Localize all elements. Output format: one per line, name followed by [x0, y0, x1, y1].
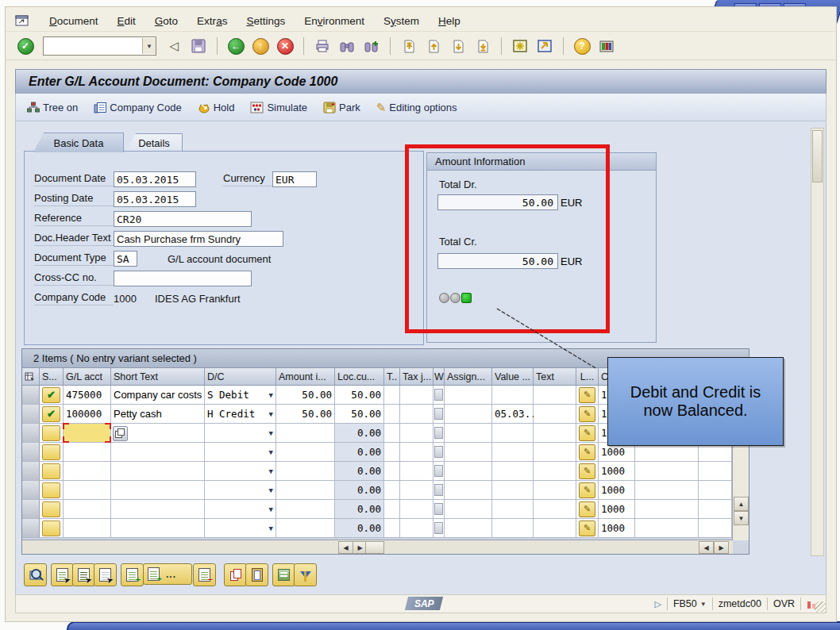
item-text-cell[interactable]: [534, 500, 576, 519]
menu-item-edit[interactable]: Edit: [108, 13, 145, 29]
item-text-cell[interactable]: [534, 424, 576, 443]
insert-row-button[interactable]: +: [121, 563, 144, 586]
debit-credit-cell[interactable]: H Credit▼: [205, 405, 276, 424]
debit-credit-cell[interactable]: ▼: [205, 519, 276, 538]
long-text-cell[interactable]: ✎: [576, 443, 599, 462]
amount-doc-currency-cell[interactable]: [276, 462, 335, 481]
dropdown-arrow-icon[interactable]: ▼: [269, 467, 273, 475]
command-history-button[interactable]: ▼: [142, 38, 156, 54]
long-text-button[interactable]: ✎: [579, 482, 595, 498]
assignment-cell[interactable]: [445, 481, 492, 500]
assignment-cell[interactable]: [445, 462, 492, 481]
amount-doc-currency-cell[interactable]: [276, 443, 335, 462]
scroll-left-end-button[interactable]: ◀: [699, 541, 714, 554]
status-button[interactable]: [42, 444, 60, 460]
dropdown-arrow-icon[interactable]: ▼: [269, 486, 273, 494]
scroll-down-button[interactable]: ▼: [734, 511, 749, 525]
column-header-s[interactable]: S...: [40, 368, 64, 386]
dropdown-arrow-icon[interactable]: ▼: [269, 391, 273, 399]
company-code-cell[interactable]: 1000: [599, 519, 635, 538]
item-text-cell[interactable]: [534, 519, 576, 538]
filter-button[interactable]: [294, 563, 317, 586]
value-date-cell[interactable]: [492, 443, 534, 462]
tax-code-cell[interactable]: [384, 481, 400, 500]
dropdown-arrow-icon[interactable]: ▼: [269, 410, 273, 418]
find-next-button[interactable]: [361, 36, 382, 56]
status-cell[interactable]: [40, 424, 64, 443]
tab-details[interactable]: Details: [125, 133, 183, 152]
cross-cc-field[interactable]: [114, 271, 252, 286]
row-selector-cell[interactable]: [22, 462, 40, 481]
deselect-all-button[interactable]: ➤: [94, 563, 117, 586]
status-button[interactable]: [42, 482, 60, 498]
checkbox[interactable]: [434, 484, 443, 496]
hold-button[interactable]: Hold: [191, 99, 241, 116]
value-date-cell[interactable]: 05.03...: [492, 405, 534, 424]
exit-button[interactable]: ↑: [250, 36, 271, 56]
checkbox[interactable]: [434, 503, 443, 515]
tax-code-cell[interactable]: [384, 519, 400, 538]
status-cell[interactable]: [40, 519, 64, 538]
insert-row-variant-button[interactable]: +...: [143, 563, 192, 585]
long-text-button[interactable]: ✎: [579, 387, 595, 403]
long-text-button[interactable]: ✎: [579, 406, 595, 422]
status-button[interactable]: [42, 425, 60, 441]
select-block-button[interactable]: ➤: [72, 563, 95, 586]
checkbox[interactable]: [434, 408, 443, 420]
gl-account-cell[interactable]: [64, 481, 111, 500]
dropdown-arrow-icon[interactable]: ▼: [269, 448, 273, 456]
menu-item-extras[interactable]: Extras: [187, 13, 237, 29]
status-button[interactable]: [42, 463, 60, 479]
system-menu-icon[interactable]: [15, 15, 29, 26]
amount-local-currency-cell[interactable]: 0.00: [335, 519, 384, 538]
status-button[interactable]: ✔: [42, 406, 60, 422]
amount-local-currency-cell[interactable]: 0.00: [335, 462, 384, 481]
gl-account-cell[interactable]: 100000: [64, 405, 111, 424]
debit-credit-cell[interactable]: ▼: [205, 462, 276, 481]
dropdown-arrow-icon[interactable]: ▼: [269, 429, 273, 437]
company-code-cell[interactable]: 1000: [599, 462, 635, 481]
currency-field[interactable]: EUR: [272, 171, 317, 187]
extra-cell[interactable]: [699, 462, 732, 481]
park-button[interactable]: Park: [317, 99, 367, 116]
find-button[interactable]: [337, 36, 357, 56]
status-cell[interactable]: [40, 443, 64, 462]
tax-code-cell[interactable]: [384, 405, 400, 424]
long-text-button[interactable]: ✎: [579, 444, 595, 460]
checkbox[interactable]: [434, 446, 443, 458]
item-text-cell[interactable]: [534, 443, 576, 462]
row-selector-cell[interactable]: [22, 519, 40, 538]
tax-code-cell[interactable]: [384, 424, 400, 443]
company-code-cell[interactable]: 1000: [599, 481, 635, 500]
extra-cell[interactable]: [635, 500, 699, 519]
column-header-glacct[interactable]: G/L acct: [64, 368, 111, 386]
row-selector-cell[interactable]: [22, 386, 40, 405]
short-text-cell[interactable]: [111, 500, 205, 519]
cancel-button[interactable]: ✕: [275, 36, 295, 56]
withholding-cell[interactable]: [433, 424, 445, 443]
column-header-text[interactable]: Text: [534, 368, 576, 386]
delete-row-button[interactable]: −: [193, 563, 216, 586]
long-text-button[interactable]: ✎: [579, 463, 595, 479]
assignment-cell[interactable]: [445, 386, 492, 405]
dropdown-arrow-icon[interactable]: ▼: [269, 505, 273, 513]
checkbox[interactable]: [434, 522, 443, 534]
item-text-cell[interactable]: [534, 462, 576, 481]
long-text-cell[interactable]: ✎: [576, 500, 599, 519]
column-header-loccu[interactable]: Loc.cu...: [335, 368, 384, 386]
value-date-cell[interactable]: [492, 424, 534, 443]
tax-code-cell[interactable]: [384, 500, 400, 519]
menu-item-environment[interactable]: Environment: [295, 13, 374, 29]
scroll-up-button[interactable]: ▲: [734, 497, 749, 511]
tax-jurisdiction-cell[interactable]: [400, 500, 433, 519]
short-text-cell[interactable]: [111, 462, 205, 481]
short-text-cell[interactable]: Petty cash: [111, 405, 205, 424]
tax-jurisdiction-cell[interactable]: [400, 405, 433, 424]
menu-item-system[interactable]: System: [374, 13, 429, 29]
menu-item-settings[interactable]: Settings: [237, 13, 295, 29]
amount-doc-currency-cell[interactable]: [276, 481, 335, 500]
long-text-cell[interactable]: ✎: [576, 519, 599, 538]
copy-row-button[interactable]: [224, 563, 247, 586]
create-shortcut-button[interactable]: [534, 36, 555, 56]
tax-jurisdiction-cell[interactable]: [400, 386, 433, 405]
